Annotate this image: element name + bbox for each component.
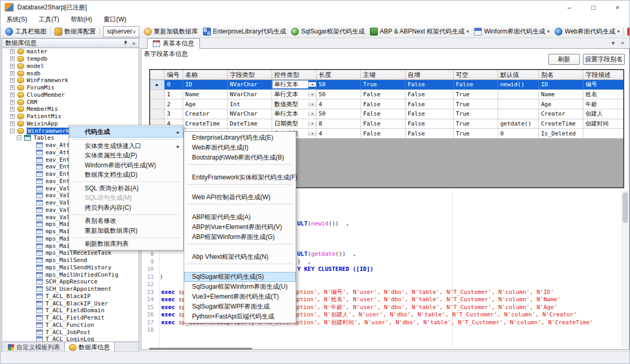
grid-cell-type[interactable]: NVarChar [228, 109, 272, 119]
grid-header-cell[interactable]: 自增 [406, 70, 454, 79]
menu-item[interactable]: SQL语句生成(M) [69, 194, 183, 203]
grid-cell-no[interactable]: 0 [165, 80, 183, 89]
tree-table-item[interactable]: T_ACL_FieldPermit [2, 314, 139, 322]
grid-cell-length[interactable]: 50 [317, 90, 361, 99]
grid-cell-no[interactable]: 1 [165, 90, 183, 99]
table-row[interactable]: 1 Name NVarChar 单行文本 ▾ 50 False False Tr… [150, 90, 623, 100]
tree-table-item[interactable]: T_ACL_BlackIP [2, 293, 139, 300]
menu-item[interactable]: ABP框架Winform界面生成(G) [184, 232, 296, 242]
menu-item[interactable]: 刷新数据库列表 [69, 240, 183, 249]
grid-cell-name[interactable]: CreateTime [183, 119, 228, 129]
tree-table-item[interactable]: mps_MailReceiveTask [2, 249, 139, 257]
grid-cell-alias[interactable]: Is_Deleted [539, 129, 583, 138]
grid-cell-increment[interactable]: False [406, 119, 454, 129]
combo-arrow-icon[interactable]: ▾ [308, 102, 316, 107]
grid-cell-desc[interactable]: 创建时间 [583, 119, 624, 129]
table-row[interactable]: 3 Creator NVarChar 单行文本 ▾ 50 False False… [150, 109, 623, 119]
menu-item[interactable]: SQL 查询分析器(A) [69, 184, 183, 194]
grid-header-cell[interactable]: 控件类型 [272, 70, 317, 79]
grid-cell-length[interactable]: 8 [317, 119, 361, 129]
doc-dropdown-icon[interactable]: ▾ [612, 40, 615, 47]
menu-item[interactable]: ABP的Vue+Element界面代码(V) [184, 222, 296, 232]
grid-cell-pk[interactable]: False [361, 99, 406, 109]
database-type-select[interactable]: sqlserver ∨ [103, 26, 139, 37]
tree-database-item[interactable]: + WinFramework [2, 77, 139, 84]
expand-icon[interactable]: + [10, 114, 15, 119]
menu-item[interactable] [69, 138, 183, 141]
dropdown-arrow-icon[interactable]: ▾ [547, 29, 550, 34]
pin-icon[interactable] [123, 40, 128, 46]
grid-cell-default[interactable] [498, 109, 539, 119]
grid-cell-type[interactable]: DateTime [228, 119, 272, 129]
tree-database-item[interactable]: + CloudMember [2, 92, 139, 99]
tree-table-item[interactable]: T_ACL_Function [2, 322, 139, 329]
grid-cell-control[interactable]: 单行文本 ▾ [272, 109, 317, 119]
grid-cell-nullable[interactable]: True [454, 129, 498, 138]
tree-table-item[interactable]: T_ACL_BlackIP_User [2, 300, 139, 307]
grid-cell-length[interactable]: 50 [317, 109, 361, 119]
tree-table-item[interactable]: T_ACL_LoginLog [2, 336, 139, 342]
grid-cell-control[interactable]: 数值类型 ▾ [272, 99, 317, 109]
grid-cell-default[interactable] [498, 90, 539, 99]
code-vertical-scrollbar[interactable] [622, 190, 628, 347]
toolbar-reload-button[interactable]: 重新加载数据库 [141, 26, 200, 37]
expand-icon[interactable]: + [10, 49, 15, 54]
grid-cell-default[interactable]: newid() [498, 80, 539, 89]
menu-item[interactable]: SqlSugar框架WPF界面生成 [184, 302, 296, 312]
tree-database-item[interactable]: + msdb [2, 70, 139, 77]
grid-cell-default[interactable]: 0 [498, 129, 539, 138]
grid-header-cell[interactable]: 可空 [454, 70, 498, 79]
grid-cell-desc[interactable]: 编号 [583, 80, 624, 89]
grid-cell-default[interactable] [498, 99, 539, 109]
grid-cell-control[interactable]: 单行文本 ▾ [272, 80, 317, 89]
menu-item[interactable]: SqlSugar框架代码生成(S) [184, 272, 296, 282]
grid-cell-alias[interactable]: ID [539, 80, 583, 89]
grid-cell-type[interactable]: Int [228, 99, 272, 109]
grid-cell-nullable[interactable]: True [454, 119, 498, 129]
menu-item[interactable]: 拷贝列表内容(C) [69, 203, 183, 213]
close-button[interactable]: × [605, 1, 629, 14]
grid-cell-length[interactable]: 4 [317, 129, 361, 138]
menu-bar-item[interactable]: 工具(T) [33, 14, 65, 25]
menu-item[interactable] [184, 242, 296, 252]
menu-item[interactable] [184, 163, 296, 173]
menu-item[interactable]: EnterpriseLibrary代码生成(E) [184, 133, 296, 143]
menu-item[interactable] [69, 180, 183, 184]
collapse-icon[interactable]: − [10, 129, 15, 133]
toolbar-db-config-button[interactable]: 数据库配置 [52, 26, 98, 37]
tree-database-item[interactable]: + model [2, 63, 139, 70]
combo-arrow-icon[interactable]: ▾ [308, 121, 316, 126]
grid-cell-increment[interactable]: False [406, 80, 454, 89]
scrollbar-thumb[interactable] [623, 192, 628, 223]
menu-item[interactable]: 代码生成 ▸ [69, 127, 183, 138]
tree-table-item[interactable]: T_ACL_FieldDomain [2, 307, 139, 314]
toolbar-view-button[interactable]: 工具栏视图 [3, 26, 49, 37]
tree-database-item[interactable]: + master [2, 48, 139, 55]
combo-arrow-icon[interactable]: ▾ [308, 131, 316, 136]
grid-cell-nullable[interactable]: False [454, 80, 498, 89]
expand-icon[interactable]: + [10, 56, 15, 61]
menu-item[interactable] [184, 202, 296, 212]
expand-icon[interactable]: + [10, 64, 15, 69]
grid-cell-type[interactable]: NVarChar [228, 80, 272, 89]
grid-cell-name[interactable]: Creator [183, 109, 228, 119]
menu-item[interactable]: ABP框架代码生成(A) [184, 212, 296, 222]
tree-database-item[interactable]: + MemberMis [2, 106, 139, 113]
combo-arrow-icon[interactable]: ▾ [308, 82, 316, 87]
menu-bar-item[interactable]: 窗口(W) [98, 14, 132, 25]
row-indicator[interactable] [150, 90, 165, 99]
grid-cell-nullable[interactable]: True [454, 109, 498, 119]
row-indicator[interactable] [150, 109, 165, 119]
menu-item[interactable]: Abp VNext框架代码生成(N) [184, 252, 296, 262]
grid-header-cell[interactable]: 长度 [317, 70, 361, 79]
tree-table-item[interactable]: T_ACL_JobPost [2, 328, 139, 336]
tree-database-item[interactable]: + tempdb [2, 55, 139, 63]
tree-database-item[interactable]: + ForumMis [2, 84, 139, 92]
expand-icon[interactable]: + [10, 107, 15, 111]
grid-header-cell[interactable]: 别名 [539, 70, 583, 79]
row-indicator[interactable] [150, 99, 165, 109]
toolbar-sqlsugar-button[interactable]: SqlSugar框架代码生成 [288, 26, 367, 37]
dock-close-icon[interactable]: × [132, 40, 136, 47]
grid-header-cell[interactable]: 字段类型 [228, 70, 272, 79]
menu-bar-item[interactable]: 系统(S) [1, 14, 33, 25]
